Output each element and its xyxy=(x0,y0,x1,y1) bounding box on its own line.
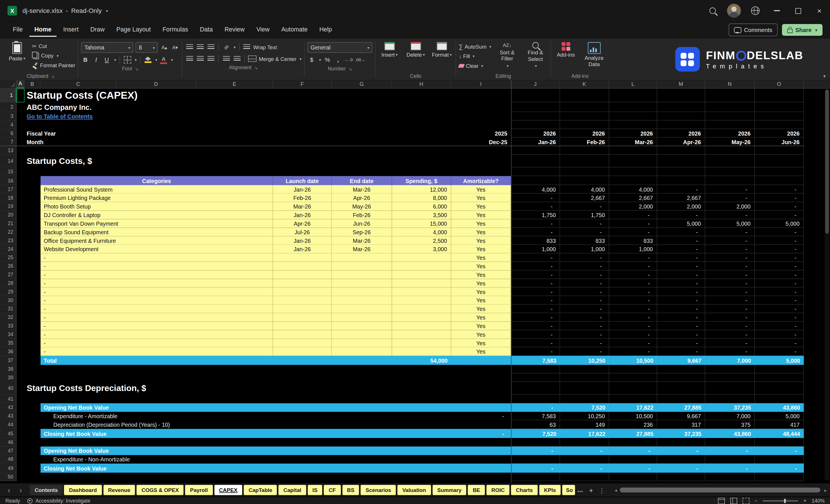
cell-K[interactable]: - xyxy=(560,262,609,271)
copy-button[interactable]: Copy xyxy=(32,52,75,60)
cell-K[interactable] xyxy=(560,176,609,185)
item-amortizable[interactable]: Yes xyxy=(451,271,511,279)
increase-indent-button[interactable] xyxy=(232,54,241,63)
sheet-tab-capital[interactable]: Capital xyxy=(279,485,306,495)
cell-L[interactable] xyxy=(609,89,657,102)
paste-button[interactable]: Paste xyxy=(6,41,28,62)
item-spending[interactable] xyxy=(392,253,451,262)
total-label[interactable]: Total xyxy=(41,356,273,365)
zoom-out-button[interactable] xyxy=(755,498,757,504)
nbv-M[interactable]: 27,885 xyxy=(657,403,705,412)
align-left-button[interactable] xyxy=(185,54,194,63)
cell-M[interactable]: - xyxy=(657,262,705,271)
cell-N[interactable] xyxy=(705,382,755,395)
horizontal-scrollbar-thumb[interactable] xyxy=(619,488,821,493)
cell-M[interactable]: Apr-26 xyxy=(657,137,705,146)
cell-J[interactable]: - xyxy=(511,305,560,313)
close-button[interactable] xyxy=(808,0,830,22)
menu-formulas[interactable]: Formulas xyxy=(157,23,194,37)
align-middle-button[interactable] xyxy=(196,42,204,52)
cell-L[interactable]: 236 xyxy=(609,420,657,429)
cell-L[interactable]: - xyxy=(609,347,657,356)
header-amortizable[interactable]: Amortizable? xyxy=(451,176,511,185)
sheet-tab-revenue[interactable]: Revenue xyxy=(103,485,135,495)
row-header-37[interactable]: 37 xyxy=(0,356,17,365)
cell-N[interactable]: May-26 xyxy=(705,137,755,146)
item-launch-date[interactable]: Jan-26 xyxy=(273,185,332,194)
cell-N[interactable]: 2,000 xyxy=(705,202,755,211)
item-launch-date[interactable] xyxy=(273,313,332,322)
cell-L[interactable]: - xyxy=(609,296,657,305)
clear-button[interactable]: Clear xyxy=(459,61,491,70)
cell-O[interactable]: - xyxy=(755,313,804,322)
account-button[interactable] xyxy=(723,0,745,22)
header-categories[interactable]: Categories xyxy=(41,176,273,185)
item-launch-date[interactable] xyxy=(273,322,332,330)
cell-J[interactable] xyxy=(511,455,560,464)
nbv-O[interactable]: 43,860 xyxy=(755,403,804,412)
alignment-dialog-launcher[interactable] xyxy=(254,64,258,70)
sheet-tab-scenarios[interactable]: Scenarios xyxy=(361,485,396,495)
cut-button[interactable]: Cut xyxy=(32,42,75,50)
cell-M[interactable] xyxy=(657,120,705,129)
cell-K[interactable] xyxy=(560,438,609,446)
cell-O[interactable]: - xyxy=(755,296,804,305)
cell-N[interactable] xyxy=(705,176,755,185)
nbv-J[interactable]: - xyxy=(511,446,560,455)
sheet-tab-dashboard[interactable]: Dashboard xyxy=(64,485,101,495)
period-label[interactable]: Fiscal Year xyxy=(25,129,451,137)
cell-L[interactable] xyxy=(609,168,657,176)
cell-M[interactable] xyxy=(657,382,705,395)
cell-M[interactable] xyxy=(657,155,705,168)
cell-J[interactable]: - xyxy=(511,339,560,347)
cell-N[interactable]: - xyxy=(705,322,755,330)
cell-M[interactable]: - xyxy=(657,347,705,356)
item-end-date[interactable] xyxy=(332,253,392,262)
cell-N[interactable]: - xyxy=(705,279,755,287)
cell-M[interactable]: 317 xyxy=(657,420,705,429)
cell-O[interactable]: 2026 xyxy=(755,129,804,137)
cell-J[interactable]: - xyxy=(511,253,560,262)
new-sheet-button[interactable] xyxy=(586,485,596,495)
column-header-A[interactable]: A xyxy=(17,80,25,88)
item-spending[interactable]: 6,000 xyxy=(392,202,451,211)
column-header-H[interactable]: H xyxy=(392,80,451,88)
cell-M[interactable]: 9,667 xyxy=(657,412,705,420)
nbv-M[interactable]: 37,235 xyxy=(657,429,705,438)
item-launch-date[interactable] xyxy=(273,287,332,296)
nbv-dec[interactable]: - xyxy=(451,429,511,438)
total-K[interactable]: 10,250 xyxy=(560,356,609,365)
cell-J[interactable] xyxy=(511,438,560,446)
row-header-40[interactable]: 40 xyxy=(0,382,17,395)
header-end-date[interactable]: End date xyxy=(332,176,392,185)
cell-K[interactable] xyxy=(560,89,609,102)
addins-button[interactable]: Add-ins xyxy=(553,41,578,58)
row-header-18[interactable]: 18 xyxy=(0,194,17,202)
item-launch-date[interactable]: Jan-26 xyxy=(273,211,332,219)
item-amortizable[interactable]: Yes xyxy=(451,194,511,202)
nbv-label[interactable]: Opening Net Book Value xyxy=(41,446,392,455)
item-end-date[interactable]: Apr-26 xyxy=(332,194,392,202)
item-category[interactable]: Transport Van Down Payment xyxy=(41,219,273,228)
cell-L[interactable]: - xyxy=(609,253,657,262)
borders-button[interactable] xyxy=(123,55,132,64)
cell-O[interactable] xyxy=(755,112,804,121)
cell-L[interactable]: - xyxy=(609,271,657,279)
find-select-button[interactable]: Find & Select xyxy=(523,41,548,69)
cell-K[interactable] xyxy=(560,473,609,481)
nbv-O[interactable]: - xyxy=(755,446,804,455)
fill-button[interactable]: Fill xyxy=(459,52,491,60)
merge-center-button[interactable] xyxy=(248,54,257,63)
cell-M[interactable] xyxy=(657,89,705,102)
item-category[interactable]: - xyxy=(41,347,273,356)
cell-J[interactable]: - xyxy=(511,347,560,356)
cell-L[interactable]: - xyxy=(609,228,657,236)
cell-K[interactable] xyxy=(560,146,609,155)
menu-page-layout[interactable]: Page Layout xyxy=(111,23,156,37)
accounting-format-button[interactable] xyxy=(308,55,316,64)
nbv-M[interactable]: - xyxy=(657,446,705,455)
item-amortizable[interactable]: Yes xyxy=(451,330,511,339)
wrap-text-label[interactable]: Wrap Text xyxy=(253,44,277,50)
cell-J[interactable]: - xyxy=(511,287,560,296)
cell-M[interactable] xyxy=(657,146,705,155)
